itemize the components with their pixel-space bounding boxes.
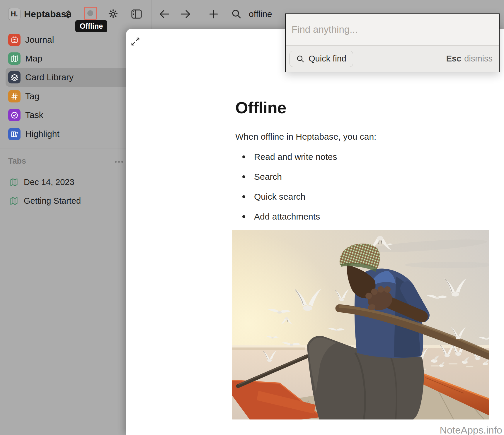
sidebar-item-label: Highlight	[25, 129, 59, 139]
tabs-more-icon[interactable]	[115, 161, 123, 163]
map-icon	[9, 196, 18, 205]
back-arrow-icon[interactable]	[159, 8, 170, 20]
sidebar-item-label: Map	[25, 54, 42, 64]
workspace-logo-letter: H.	[11, 10, 18, 18]
tab-item-journal-date[interactable]: Dec 14, 2023	[0, 173, 126, 191]
topbar-search[interactable]: offline	[231, 7, 272, 21]
esc-dismiss-hint[interactable]: Escdismiss	[446, 54, 493, 64]
sidebar-item-map[interactable]: Map	[0, 49, 126, 68]
bullet-item: Add attachments	[235, 210, 337, 224]
layers-icon	[8, 71, 21, 83]
sidebar-item-label: Card Library	[25, 72, 74, 82]
app-window: H. Heptabase Offline	[0, 0, 504, 435]
bullet-dot	[242, 155, 245, 158]
sidebar-item-task[interactable]: Task	[0, 106, 126, 124]
forward-arrow-icon[interactable]	[180, 8, 191, 20]
sidebar: Journal Map Card Library	[0, 29, 126, 435]
quick-find-input[interactable]	[286, 14, 499, 45]
workspace-logo[interactable]: H.	[8, 8, 21, 20]
map-icon	[8, 52, 21, 65]
note-photo[interactable]	[232, 230, 489, 419]
bullet-list: Read and write notes Search Quick search…	[235, 150, 337, 230]
topbar-search-text: offline	[249, 9, 272, 19]
tabs-section-header: Tabs	[8, 157, 26, 166]
bullet-dot	[242, 175, 245, 178]
search-icon	[231, 8, 242, 20]
divider	[151, 0, 151, 29]
workspace-switcher-chevrons-icon[interactable]	[64, 10, 73, 19]
sidebar-item-label: Tag	[25, 91, 39, 101]
new-tab-plus-icon[interactable]	[208, 9, 219, 19]
sidebar-item-label: Task	[25, 110, 43, 120]
hash-icon	[8, 90, 21, 102]
offline-tooltip: Offline	[75, 20, 107, 32]
books-icon	[8, 128, 21, 140]
sidebar-item-label: Journal	[25, 35, 54, 45]
offline-dot-icon	[87, 10, 93, 16]
sidebar-toggle-icon[interactable]	[131, 9, 142, 19]
divider	[199, 5, 199, 24]
quick-find-button[interactable]: Quick find	[290, 51, 353, 67]
bullet-item: Read and write notes	[235, 150, 337, 164]
bullet-item: Search	[235, 170, 337, 184]
tab-item-getting-started[interactable]: Getting Started	[0, 191, 126, 210]
settings-gear-icon[interactable]	[108, 8, 119, 19]
sidebar-item-tag[interactable]: Tag	[0, 87, 126, 106]
quick-find-footer: Quick find Escdismiss	[286, 46, 499, 72]
expand-icon[interactable]	[130, 36, 141, 47]
check-circle-icon	[8, 109, 21, 121]
watermark: NoteApps.info	[440, 424, 502, 435]
tab-label: Dec 14, 2023	[24, 177, 74, 187]
bullet-dot	[242, 195, 245, 198]
sidebar-item-highlight[interactable]: Highlight	[0, 125, 126, 143]
map-icon	[9, 178, 18, 187]
offline-status-indicator[interactable]	[84, 7, 97, 20]
tab-label: Getting Started	[24, 196, 81, 206]
note-title: Offline	[235, 98, 286, 118]
quick-find-overlay: Quick find Escdismiss	[285, 13, 500, 72]
bullet-dot	[242, 215, 245, 218]
calendar-icon	[8, 34, 21, 46]
sidebar-item-card-library[interactable]: Card Library	[0, 68, 126, 87]
bullet-item: Quick search	[235, 190, 337, 204]
divider	[0, 148, 126, 148]
note-card: Offline When offline in Heptabase, you c…	[126, 29, 504, 435]
search-icon	[296, 55, 304, 63]
note-intro-text: When offline in Heptabase, you can:	[235, 132, 376, 142]
sidebar-item-journal[interactable]: Journal	[0, 30, 126, 49]
